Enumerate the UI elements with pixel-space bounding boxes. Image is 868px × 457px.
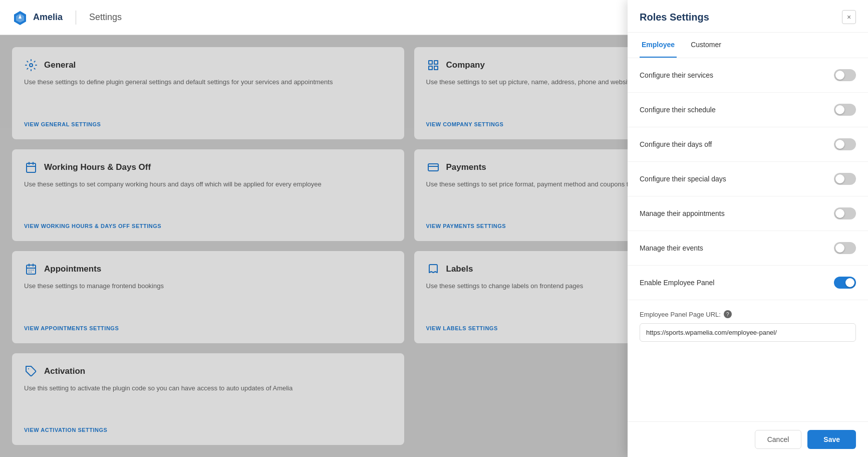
manage-appointments-toggle[interactable] [834,207,856,219]
configure-days-off-toggle[interactable] [834,138,856,150]
url-section: Employee Panel Page URL: ? [628,300,868,352]
enable-employee-panel-row: Enable Employee Panel [628,266,868,300]
roles-settings-panel: Roles Settings × Employee Customer Confi… [628,0,868,457]
configure-special-days-label: Configure their special days [640,175,726,183]
configure-days-off-row: Configure their days off [628,127,868,162]
panel-header: Roles Settings × [628,0,868,33]
url-label: Employee Panel Page URL: ? [640,310,856,318]
configure-days-off-slider [834,138,856,150]
configure-schedule-label: Configure their schedule [640,106,716,114]
configure-special-days-slider [834,173,856,185]
configure-special-days-toggle[interactable] [834,173,856,185]
app-logo: Amelia Settings [12,10,122,26]
amelia-logo-icon [12,10,28,26]
help-icon[interactable]: ? [724,310,732,318]
close-button[interactable]: × [842,10,856,24]
manage-appointments-row: Manage their appointments [628,196,868,231]
configure-schedule-slider [834,104,856,116]
enable-employee-panel-toggle[interactable] [834,277,856,289]
configure-special-days-row: Configure their special days [628,162,868,196]
manage-appointments-slider [834,207,856,219]
configure-services-slider [834,69,856,81]
header-divider [76,11,76,25]
panel-tabs: Employee Customer [628,33,868,58]
configure-services-row: Configure their services [628,58,868,93]
enable-employee-panel-label: Enable Employee Panel [640,279,714,287]
panel-content: Configure their services Configure their… [628,58,868,421]
employee-panel-url-input[interactable] [640,323,856,342]
configure-schedule-toggle[interactable] [834,104,856,116]
manage-appointments-label: Manage their appointments [640,209,725,217]
manage-events-slider [834,242,856,254]
manage-events-label: Manage their events [640,244,703,252]
cancel-button[interactable]: Cancel [755,430,802,449]
manage-events-row: Manage their events [628,231,868,266]
enable-employee-panel-slider [834,277,856,289]
url-label-text: Employee Panel Page URL: [640,311,721,318]
configure-services-label: Configure their services [640,71,713,79]
tab-employee[interactable]: Employee [640,33,677,58]
page-title: Settings [89,12,122,23]
panel-footer: Cancel Save [628,421,868,457]
tab-customer[interactable]: Customer [689,33,723,58]
configure-services-toggle[interactable] [834,69,856,81]
save-button[interactable]: Save [807,430,856,449]
configure-schedule-row: Configure their schedule [628,93,868,127]
panel-title: Roles Settings [640,12,709,23]
manage-events-toggle[interactable] [834,242,856,254]
app-name: Amelia [33,12,63,23]
configure-days-off-label: Configure their days off [640,140,712,148]
